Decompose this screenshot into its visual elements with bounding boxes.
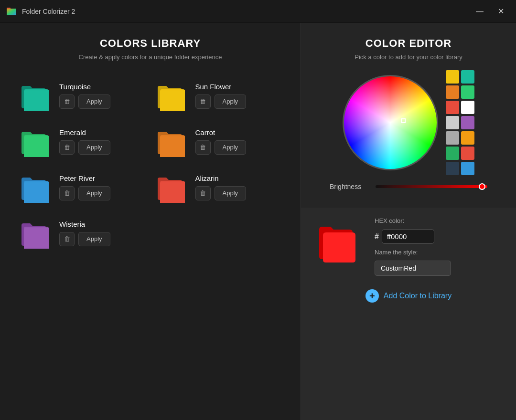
add-color-label: Add Color to Library bbox=[384, 292, 452, 300]
swatch-7[interactable] bbox=[461, 116, 474, 129]
add-color-button[interactable]: + Add Color to Library bbox=[315, 285, 502, 306]
minimize-button[interactable]: — bbox=[470, 4, 489, 19]
color-item-emerald: Emerald 🗑 Apply bbox=[19, 121, 146, 162]
swatch-4[interactable] bbox=[446, 101, 459, 114]
swatch-6[interactable] bbox=[446, 116, 459, 129]
delete-button-peter-river[interactable]: 🗑 bbox=[59, 186, 75, 200]
color-item-carrot: Carrot 🗑 Apply bbox=[155, 121, 282, 162]
delete-button-turquoise[interactable]: 🗑 bbox=[59, 94, 75, 109]
swatch-9[interactable] bbox=[461, 131, 474, 145]
color-name-alizarin: Alizarin bbox=[195, 174, 247, 182]
add-icon: + bbox=[366, 289, 379, 303]
delete-button-wisteria[interactable]: 🗑 bbox=[59, 232, 75, 246]
delete-button-sun-flower[interactable]: 🗑 bbox=[195, 94, 211, 109]
folder-icon-turquoise bbox=[19, 79, 53, 112]
svg-rect-2 bbox=[7, 9, 16, 15]
swatch-0[interactable] bbox=[446, 70, 459, 84]
color-actions-sun-flower: 🗑 Apply bbox=[195, 94, 247, 109]
color-editor-panel: COLOR EDITOR Pick a color to add for you… bbox=[301, 23, 516, 420]
app-icon bbox=[6, 6, 17, 17]
delete-button-carrot[interactable]: 🗑 bbox=[195, 140, 211, 155]
window-controls: — ✕ bbox=[470, 4, 510, 19]
folder-icon-peter-river bbox=[19, 170, 53, 204]
color-name-sun-flower: Sun Flower bbox=[195, 83, 247, 91]
editor-top: COLOR EDITOR Pick a color to add for you… bbox=[301, 23, 516, 208]
swatch-3[interactable] bbox=[461, 85, 474, 99]
folder-icon-wisteria bbox=[19, 216, 53, 250]
swatch-12[interactable] bbox=[446, 162, 459, 175]
swatch-1[interactable] bbox=[461, 70, 474, 84]
apply-button-sun-flower[interactable]: Apply bbox=[215, 94, 247, 109]
library-subtitle: Create & apply colors for a unique folde… bbox=[19, 53, 281, 61]
apply-button-wisteria[interactable]: Apply bbox=[78, 232, 110, 246]
color-info-emerald: Emerald 🗑 Apply bbox=[59, 128, 110, 155]
color-wheel[interactable] bbox=[343, 75, 438, 170]
color-info-sun-flower: Sun Flower 🗑 Apply bbox=[195, 83, 247, 109]
hex-hash: # bbox=[375, 232, 379, 241]
delete-button-emerald[interactable]: 🗑 bbox=[59, 140, 75, 155]
color-grid: Turquoise 🗑 Apply Sun Flower 🗑 Apply bbox=[19, 75, 281, 253]
main-content: COLORS LIBRARY Create & apply colors for… bbox=[0, 23, 516, 420]
swatch-5[interactable] bbox=[461, 101, 474, 114]
folder-icon-carrot bbox=[155, 125, 189, 158]
color-name-carrot: Carrot bbox=[195, 128, 247, 136]
apply-button-peter-river[interactable]: Apply bbox=[78, 186, 110, 200]
editor-subtitle: Pick a color to add for your color libra… bbox=[315, 53, 502, 61]
brightness-area: Brightness bbox=[315, 183, 502, 198]
editor-bottom: HEX color: # Name the style: + Add Color… bbox=[301, 208, 516, 420]
color-name-peter-river: Peter River bbox=[59, 174, 110, 182]
style-name-input[interactable] bbox=[375, 261, 451, 276]
color-item-sun-flower: Sun Flower 🗑 Apply bbox=[155, 75, 282, 116]
hex-section: HEX color: # Name the style: bbox=[375, 217, 451, 276]
folder-icon-sun-flower bbox=[155, 79, 189, 112]
swatch-10[interactable] bbox=[446, 147, 459, 160]
swatch-2[interactable] bbox=[446, 85, 459, 99]
color-actions-peter-river: 🗑 Apply bbox=[59, 186, 110, 200]
color-name-emerald: Emerald bbox=[59, 128, 110, 136]
color-info-wisteria: Wisteria 🗑 Apply bbox=[59, 220, 110, 246]
delete-button-alizarin[interactable]: 🗑 bbox=[195, 186, 211, 200]
close-button[interactable]: ✕ bbox=[491, 4, 510, 19]
color-actions-alizarin: 🗑 Apply bbox=[195, 186, 247, 200]
color-actions-carrot: 🗑 Apply bbox=[195, 140, 247, 155]
wheel-cursor bbox=[401, 118, 406, 123]
name-label: Name the style: bbox=[375, 249, 451, 256]
apply-button-alizarin[interactable]: Apply bbox=[215, 186, 247, 200]
color-item-peter-river: Peter River 🗑 Apply bbox=[19, 167, 146, 208]
titlebar: Folder Colorizer 2 — ✕ bbox=[0, 0, 516, 23]
color-actions-wisteria: 🗑 Apply bbox=[59, 232, 110, 246]
hex-input[interactable] bbox=[382, 229, 434, 244]
preview-row: HEX color: # Name the style: bbox=[315, 217, 502, 276]
color-actions-turquoise: 🗑 Apply bbox=[59, 94, 110, 109]
brightness-label: Brightness bbox=[330, 183, 368, 190]
color-name-turquoise: Turquoise bbox=[59, 83, 110, 91]
hex-input-row: # bbox=[375, 229, 451, 244]
editor-title: COLOR EDITOR bbox=[315, 37, 502, 50]
color-item-turquoise: Turquoise 🗑 Apply bbox=[19, 75, 146, 116]
folder-icon-alizarin bbox=[155, 170, 189, 204]
swatch-8[interactable] bbox=[446, 131, 459, 145]
swatch-13[interactable] bbox=[461, 162, 474, 175]
color-wheel-area bbox=[315, 70, 502, 175]
color-info-peter-river: Peter River 🗑 Apply bbox=[59, 174, 110, 200]
brightness-slider[interactable] bbox=[376, 185, 487, 188]
color-info-carrot: Carrot 🗑 Apply bbox=[195, 128, 247, 155]
color-name-wisteria: Wisteria bbox=[59, 220, 110, 228]
color-actions-emerald: 🗑 Apply bbox=[59, 140, 110, 155]
app-title: Folder Colorizer 2 bbox=[22, 8, 470, 15]
hex-label: HEX color: bbox=[375, 217, 451, 224]
colors-library-panel: COLORS LIBRARY Create & apply colors for… bbox=[0, 23, 301, 420]
folder-icon-emerald bbox=[19, 125, 53, 158]
apply-button-carrot[interactable]: Apply bbox=[215, 140, 247, 155]
brightness-thumb bbox=[479, 183, 485, 190]
apply-button-turquoise[interactable]: Apply bbox=[78, 94, 110, 109]
color-info-turquoise: Turquoise 🗑 Apply bbox=[59, 83, 110, 109]
swatch-11[interactable] bbox=[461, 147, 474, 160]
color-item-alizarin: Alizarin 🗑 Apply bbox=[155, 167, 282, 208]
color-item-wisteria: Wisteria 🗑 Apply bbox=[19, 212, 146, 253]
color-info-alizarin: Alizarin 🗑 Apply bbox=[195, 174, 247, 200]
apply-button-emerald[interactable]: Apply bbox=[78, 140, 110, 155]
preview-folder bbox=[315, 217, 363, 265]
color-swatches bbox=[446, 70, 474, 175]
library-title: COLORS LIBRARY bbox=[19, 37, 281, 50]
